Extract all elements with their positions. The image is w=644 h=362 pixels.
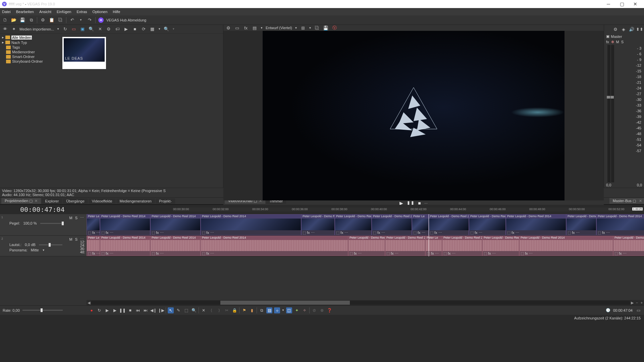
clip-crop-icon[interactable]: ⬚: [614, 251, 618, 256]
selection-tool-icon[interactable]: ⬚: [183, 307, 189, 313]
clip-more-icon[interactable]: ⋯: [516, 231, 519, 235]
clip-fx-icon[interactable]: fx: [156, 231, 159, 235]
video-track-header[interactable]: 1 M S ⋯ Pegel: 100,0 %: [0, 214, 87, 236]
clip-crop-icon[interactable]: ⬚: [427, 251, 430, 256]
maximize-button[interactable]: ▢: [615, 0, 629, 8]
track1-solo-button[interactable]: S: [75, 216, 77, 220]
external-monitor-icon[interactable]: ▭: [234, 25, 240, 31]
play-preview-icon[interactable]: ▶: [123, 26, 129, 32]
split-screen-icon[interactable]: ▤: [252, 25, 258, 31]
render-icon[interactable]: ⧉: [28, 17, 34, 23]
clip-crop-icon[interactable]: ⬚: [303, 231, 306, 235]
clip-fx-icon[interactable]: fx: [512, 231, 515, 235]
remove-icon[interactable]: ✕: [97, 26, 103, 32]
save-snapshot-icon[interactable]: 💾: [323, 25, 329, 31]
master-expand-icon[interactable]: ▣: [606, 34, 609, 39]
tree-media-folder[interactable]: Medienordner: [0, 50, 59, 54]
tree-tags[interactable]: Tags: [0, 45, 59, 50]
next-frame-button[interactable]: ❙▶: [158, 307, 164, 313]
clip-crop-icon[interactable]: ⬚: [413, 231, 417, 235]
clip-more-icon[interactable]: ⋯: [492, 251, 496, 256]
clip-more-icon[interactable]: ⋯: [160, 251, 164, 256]
save-icon[interactable]: 💾: [19, 17, 25, 23]
video-preview[interactable]: [263, 31, 565, 200]
tab-explorer[interactable]: Explorer: [42, 198, 62, 204]
clip-fx-icon[interactable]: fx: [418, 231, 421, 235]
clip-more-icon[interactable]: ⋯: [210, 231, 214, 235]
window-layout-icon[interactable]: ▭: [635, 307, 641, 313]
paste-icon[interactable]: 📋: [49, 17, 55, 23]
clip-crop-icon[interactable]: ⬚: [101, 251, 105, 256]
tab-videoeffekte[interactable]: Videoeffekte: [89, 198, 116, 204]
menu-ansicht[interactable]: Ansicht: [39, 10, 51, 14]
maximize-tab-icon[interactable]: ▢: [633, 199, 636, 203]
clip-fx-icon[interactable]: fx: [307, 231, 310, 235]
clip[interactable]: Peter Leopold - Demo Reel 2014⬚ fx ⋯: [372, 214, 412, 235]
clip-more-icon[interactable]: ⋯: [435, 251, 439, 256]
region-icon[interactable]: ▮: [249, 307, 255, 313]
playhead[interactable]: [429, 214, 429, 256]
timeline-scrollbar[interactable]: ◀ ▶ − +: [87, 300, 644, 305]
auto-crossfade-button[interactable]: ⟐: [274, 307, 280, 313]
copy-snapshot-icon[interactable]: ⿻: [314, 25, 320, 31]
clip-crop-icon[interactable]: ⬚: [373, 231, 376, 235]
envelope-tool-icon[interactable]: ✎: [175, 307, 181, 313]
clip[interactable]: Peter Leopold - Demo Reel 2014⬚ fx ⋯: [348, 236, 385, 256]
delete-button[interactable]: ✕: [201, 307, 207, 313]
clip-more-icon[interactable]: ⋯: [438, 231, 442, 235]
clip-crop-icon[interactable]: ⬚: [88, 231, 91, 235]
zoom-tool-icon[interactable]: 🔍: [191, 307, 197, 313]
output-fx-icon[interactable]: fx: [243, 25, 249, 31]
clip-fx-icon[interactable]: fx: [619, 251, 622, 255]
downmix-icon[interactable]: 🔊: [629, 26, 635, 32]
clip-more-icon[interactable]: ⋯: [381, 231, 385, 235]
clip-more-icon[interactable]: ⋯: [576, 231, 580, 235]
clip-more-icon[interactable]: ⋯: [110, 231, 113, 235]
clip[interactable]: Peter Leopold - Demo Reel 2014⬚ fx ⋯: [596, 214, 644, 235]
dim-icon[interactable]: ◈: [621, 26, 627, 32]
clip-more-icon[interactable]: ⋯: [422, 231, 425, 235]
mixer-settings-icon[interactable]: ⚙: [612, 26, 619, 32]
clip-crop-icon[interactable]: ⬚: [470, 231, 474, 235]
menu-hilfe[interactable]: Hilfe: [113, 10, 120, 14]
clip-crop-icon[interactable]: ⬚: [152, 231, 155, 235]
clip-crop-icon[interactable]: ⬚: [202, 251, 205, 256]
clip-fx-icon[interactable]: fx: [340, 231, 343, 235]
clip-crop-icon[interactable]: ⬚: [507, 231, 511, 235]
settings-icon[interactable]: ⚙: [106, 26, 112, 32]
clip[interactable]: Peter Leopold - Demo Reel 2014⬚ fx ⋯: [519, 236, 613, 256]
clip[interactable]: Peter Leopold - Demo Reel 2014⬚ fx ⋯: [482, 236, 519, 256]
autoplay-icon[interactable]: ⟳: [141, 26, 147, 32]
tab-projekt[interactable]: Projekt-: [156, 198, 175, 204]
stop-preview-icon[interactable]: ■: [132, 26, 138, 32]
timecode-display[interactable]: 00:00:47:04: [613, 308, 633, 312]
clip-fx-icon[interactable]: fx: [488, 251, 491, 255]
clip-fx-icon[interactable]: fx: [377, 231, 380, 235]
hub-icon[interactable]: H: [98, 17, 104, 23]
clip-fx-icon[interactable]: fx: [391, 251, 394, 255]
pan-dropdown-icon[interactable]: ▼: [42, 249, 45, 252]
clip-more-icon[interactable]: ⋯: [479, 231, 482, 235]
media-thumbnail[interactable]: LE DEAS: [62, 37, 106, 69]
crossfade-dropdown-icon[interactable]: ▼: [282, 309, 284, 312]
clip[interactable]: Peter Leopold - Demo Reel 2014⬚ fx ⋯: [100, 236, 150, 256]
clip-fx-icon[interactable]: fx: [206, 251, 209, 255]
clip-crop-icon[interactable]: ⬚: [350, 251, 353, 256]
bypass-fx-icon[interactable]: ⊗: [319, 307, 325, 313]
audio-track-header[interactable]: 2 M S ⋯ Lautst.: 0,0 dB Panorama: Mitte …: [0, 236, 87, 256]
overlays-dropdown-icon[interactable]: ▼: [309, 26, 312, 29]
clip-crop-icon[interactable]: ⬚: [484, 251, 487, 256]
generate-icon[interactable]: ✧: [302, 307, 308, 313]
track1-mute-button[interactable]: M: [69, 216, 72, 220]
clip-fx-icon[interactable]: fx: [525, 251, 528, 255]
ignore-event-icon[interactable]: ⊘: [311, 307, 317, 313]
what-icon[interactable]: ❓: [327, 307, 333, 313]
track2-solo-button[interactable]: S: [75, 237, 77, 241]
view-icon[interactable]: ▦: [149, 26, 155, 32]
menu-optionen[interactable]: Optionen: [93, 10, 108, 14]
play-button-2[interactable]: ▶: [112, 307, 118, 313]
clip-crop-icon[interactable]: ⬚: [443, 251, 447, 256]
audio-track[interactable]: Peter Le⬚ fx ⋯Peter Leopold - Demo Reel …: [87, 236, 644, 256]
clip-more-icon[interactable]: ⋯: [311, 231, 315, 235]
clip-more-icon[interactable]: ⋯: [96, 251, 100, 256]
